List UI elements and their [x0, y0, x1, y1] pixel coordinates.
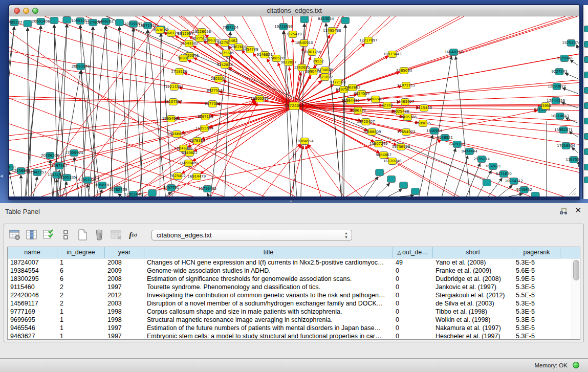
collapse-panel-arrow-icon[interactable]: ◂ — [0, 173, 3, 179]
scrollbar-thumb[interactable] — [573, 260, 579, 280]
graph-node-label: 9699695 — [415, 121, 431, 125]
graph-edge — [376, 183, 390, 196]
network-graph[interactable]: 2405572206914061065325715276026466162107… — [9, 16, 579, 196]
graph-node-label: 5878334 — [189, 139, 206, 143]
graph-node[interactable] — [584, 118, 588, 124]
table-cell: 0 — [393, 299, 433, 308]
graph-node-label: 12156869 — [12, 169, 30, 173]
attribute-table: namein_degreeyeartitle△out_de…shortpager… — [7, 247, 580, 340]
graph-edge — [21, 175, 21, 196]
select-rows-icon[interactable] — [42, 228, 55, 242]
table-row[interactable]: 1456911722003Disruption of a novel membe… — [8, 299, 580, 308]
graph-node[interactable] — [116, 19, 124, 26]
table-cell: Corpus callosum shape and size in male p… — [144, 308, 393, 316]
graph-node-label: 8427552 — [207, 89, 223, 93]
graph-node-label: 3175685 — [219, 51, 234, 55]
graph-node[interactable] — [584, 102, 588, 109]
graph-node[interactable] — [584, 26, 588, 32]
graph-node-label: 8267110 — [198, 115, 213, 119]
table-row[interactable]: 946554611997Estimation of the future num… — [8, 324, 580, 332]
table-row[interactable]: 2242004622012Investigating the contribut… — [8, 291, 580, 299]
vertical-scrollbar[interactable] — [572, 258, 580, 339]
table-settings-icon[interactable] — [8, 228, 21, 242]
table-cell: 0 — [393, 267, 433, 275]
graph-node-label: 2935114 — [474, 157, 490, 161]
graph-node[interactable] — [63, 17, 71, 24]
graph-node[interactable] — [483, 180, 491, 186]
column-header[interactable]: name — [8, 247, 57, 258]
graph-edge — [284, 31, 297, 196]
table-cell: Dudbridge et al. (2008) — [433, 275, 513, 283]
graph-node-label: 9822037 — [280, 60, 296, 64]
graph-node-label: 8860128 — [163, 31, 179, 35]
new-file-icon[interactable] — [76, 228, 89, 242]
graph-node[interactable] — [411, 188, 420, 195]
graph-node[interactable] — [341, 17, 350, 24]
graph-node[interactable] — [584, 133, 588, 140]
graph-node-label: 62160 — [382, 103, 393, 107]
function-builder-icon[interactable]: f(x) — [126, 228, 140, 242]
network-view-window[interactable]: citations_edges.txt 24055722069140610653… — [8, 4, 580, 200]
graph-node-label: 8912954 — [178, 32, 194, 36]
graph-node[interactable] — [400, 182, 408, 189]
table-row[interactable]: 946362711997Embryonic stem cells: a mode… — [8, 332, 580, 340]
graph-node[interactable] — [584, 87, 588, 94]
window-titlebar[interactable]: citations_edges.txt — [9, 5, 579, 16]
graph-node-label: 15958 — [540, 104, 551, 108]
graph-edge — [364, 177, 378, 196]
graph-node[interactable] — [531, 192, 539, 197]
table-row[interactable]: 977716911998Corpus callosum shape and si… — [8, 308, 580, 316]
show-columns-icon[interactable] — [25, 228, 38, 242]
table-cell: Estimation of the future numbers of pati… — [144, 324, 393, 332]
graph-node[interactable] — [584, 164, 588, 170]
network-canvas[interactable]: 2405572206914061065325715276026466162107… — [9, 16, 579, 196]
graph-node-label: 16961758 — [303, 50, 321, 54]
graph-node-label: 98901 — [178, 56, 189, 60]
table-cell: Yano et al. (2008) — [433, 258, 513, 267]
graph-node-label: 18300295 — [250, 97, 269, 101]
graph-node-label: 15720407 — [357, 120, 375, 124]
row-height-icon[interactable] — [59, 228, 72, 242]
graph-node[interactable] — [300, 16, 309, 23]
graph-node[interactable] — [376, 169, 384, 176]
graph-node[interactable] — [584, 177, 588, 183]
column-header[interactable]: pagerank — [513, 247, 560, 258]
graph-node-label: 12444159 — [547, 99, 565, 103]
graph-node[interactable] — [50, 17, 58, 24]
graph-node[interactable] — [24, 20, 32, 27]
table-body: 1872400712008Changes of HCN gene express… — [8, 258, 580, 340]
column-header[interactable]: △out_de… — [393, 247, 433, 258]
column-header[interactable]: title — [144, 247, 393, 258]
column-header[interactable]: short — [433, 247, 513, 258]
table-row[interactable]: 1830029562008Estimation of significance … — [8, 275, 580, 283]
graph-node[interactable] — [148, 190, 157, 196]
close-icon[interactable]: ✕ — [575, 206, 581, 215]
graph-node-label: 12942757 — [28, 170, 47, 174]
table-row[interactable]: 911546021997Tourette syndrome. Phenomeno… — [8, 283, 580, 291]
graph-node-label: 19166857 — [168, 132, 186, 136]
table-cell: 1997 — [105, 332, 144, 340]
table-row[interactable]: 969969511998Structural magnetic resonanc… — [8, 316, 580, 324]
column-header[interactable]: in_degree — [57, 247, 105, 258]
table-source-value: citations_edges.txt — [157, 231, 212, 239]
graph-node-label: 19218596 — [274, 25, 293, 29]
graph-node-label: 11355554 — [195, 126, 214, 130]
float-window-icon[interactable] — [559, 207, 568, 215]
graph-edge — [80, 25, 101, 196]
background-network-window-strip — [582, 5, 588, 199]
table-cell: 5.6E-5 — [513, 267, 560, 275]
table-row[interactable]: 1938455462009Genome-wide association stu… — [8, 267, 580, 275]
graph-edge — [188, 60, 294, 106]
table-source-dropdown[interactable]: citations_edges.txt ▲▼ — [151, 230, 352, 240]
column-header[interactable]: year — [105, 247, 144, 258]
graph-node[interactable] — [584, 56, 588, 63]
graph-node[interactable] — [584, 148, 588, 155]
delete-icon[interactable] — [93, 228, 106, 242]
graph-node[interactable] — [387, 176, 396, 183]
table-row[interactable]: 1872400712008Changes of HCN gene express… — [8, 258, 580, 267]
table-cell: 5.3E-5 — [513, 332, 560, 340]
graph-node-label: 1640954 — [426, 129, 443, 133]
graph-node[interactable] — [584, 72, 588, 78]
graph-node[interactable] — [584, 41, 588, 48]
table-cell: 2 — [57, 283, 105, 291]
